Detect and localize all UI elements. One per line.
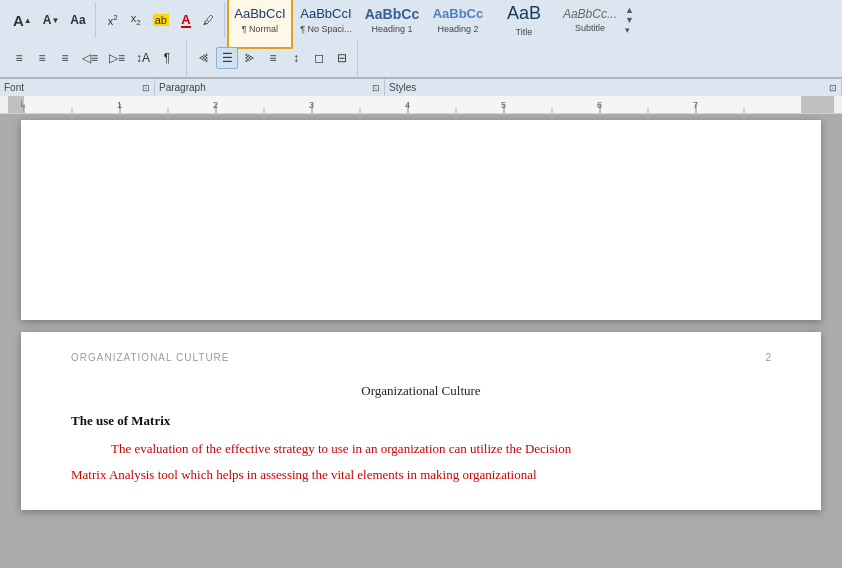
change-case-icon: Aa	[70, 13, 85, 27]
style-heading1[interactable]: AaBbCc Heading 1	[359, 0, 425, 49]
sort-btn[interactable]: ↕A	[131, 47, 155, 69]
doc-title[interactable]: Organizational Culture	[71, 383, 771, 399]
decrease-indent-icon: ◁≡	[82, 51, 98, 65]
sort-icon: ↕A	[136, 51, 150, 65]
style-nospacing-preview: AaBbCcI	[300, 6, 351, 22]
svg-rect-1	[801, 96, 834, 114]
align-group: ⫷ ☰ ⫸ ≡ ↕ ◻ ⊟	[189, 40, 358, 76]
font-shrink-btn[interactable]: A▼	[38, 9, 65, 31]
borders-icon: ⊟	[337, 51, 347, 65]
svg-text:5: 5	[501, 100, 506, 110]
align-center-btn[interactable]: ☰	[216, 47, 238, 69]
ribbon-section-labels: Font ⊡ Paragraph ⊡ Styles ⊡	[0, 78, 842, 96]
doc-body-2[interactable]: Matrix Analysis tool which helps in asse…	[71, 465, 771, 485]
styles-expand-icon[interactable]: ⊡	[829, 83, 837, 93]
style-subtitle[interactable]: AaBbCc... Subtitle	[557, 0, 623, 49]
superscript-icon: x2	[108, 13, 118, 27]
svg-text:6: 6	[597, 100, 602, 110]
font-grow-btn[interactable]: A▲	[8, 9, 37, 31]
increase-indent-btn[interactable]: ▷≡	[104, 47, 130, 69]
line-spacing-icon: ↕	[293, 51, 299, 65]
subscript-icon: x2	[131, 12, 141, 27]
page-1	[21, 120, 821, 320]
highlight-icon: ab	[153, 14, 169, 26]
svg-text:7: 7	[693, 100, 698, 110]
font-color-icon: A	[181, 13, 190, 28]
styles-label-text: Styles	[389, 82, 416, 93]
svg-text:3: 3	[309, 100, 314, 110]
indent-group: ≡ ≡ ≡ ◁≡ ▷≡ ↕A ¶	[4, 40, 187, 76]
subscript-btn[interactable]: x2	[125, 9, 147, 31]
style-heading2[interactable]: AaBbCc Heading 2	[425, 0, 491, 49]
align-left-btn[interactable]: ⫷	[193, 47, 215, 69]
paragraph-expand-icon[interactable]: ⊡	[372, 83, 380, 93]
doc-heading[interactable]: The use of Matrix	[71, 413, 771, 429]
styles-section-label: Styles ⊡	[385, 79, 842, 96]
multilevel-btn[interactable]: ≡	[54, 47, 76, 69]
text-effects-group: x2 x2 ab A 🖊	[98, 2, 225, 38]
font-label-text: Font	[4, 82, 24, 93]
scroll-more-icon: ▾	[625, 26, 634, 35]
ruler-svg: 1 2 3 4 5 6 7 └	[8, 96, 834, 114]
numbering-icon: ≡	[38, 51, 45, 65]
font-grow-icon: A	[13, 12, 24, 29]
multilevel-icon: ≡	[61, 51, 68, 65]
align-center-icon: ☰	[222, 51, 233, 65]
font-grow-arrow: ▲	[24, 16, 32, 25]
align-right-btn[interactable]: ⫸	[239, 47, 261, 69]
change-case-btn[interactable]: Aa	[65, 9, 90, 31]
svg-text:1: 1	[117, 100, 122, 110]
scroll-down-icon: ▼	[625, 16, 634, 25]
align-left-icon: ⫷	[198, 51, 210, 65]
style-h2-preview: AaBbCc	[433, 6, 484, 22]
justify-btn[interactable]: ≡	[262, 47, 284, 69]
style-title-label: Title	[516, 27, 533, 37]
svg-text:2: 2	[213, 100, 218, 110]
font-color-btn[interactable]: A	[175, 9, 197, 31]
styles-scroll[interactable]: ▲ ▼ ▾	[623, 4, 636, 37]
style-h2-label: Heading 2	[437, 24, 478, 34]
font-shrink-icon: A	[43, 13, 52, 27]
justify-icon: ≡	[270, 51, 277, 65]
font-size-group: A▲ A▼ Aa	[4, 2, 96, 38]
paragraph-label-text: Paragraph	[159, 82, 206, 93]
page-gap	[0, 320, 842, 332]
page-header-num: 2	[765, 352, 771, 363]
line-spacing-btn[interactable]: ↕	[285, 47, 307, 69]
scroll-up-icon: ▲	[625, 6, 634, 15]
page-header-text: ORGANIZATIONAL CULTURE	[71, 352, 230, 363]
highlight-btn[interactable]: ab	[148, 9, 174, 31]
superscript-btn[interactable]: x2	[102, 9, 124, 31]
svg-rect-2	[24, 96, 801, 114]
increase-indent-icon: ▷≡	[109, 51, 125, 65]
style-h1-label: Heading 1	[371, 24, 412, 34]
font-section-label: Font ⊡	[0, 79, 155, 96]
text-highlight-color-btn[interactable]: 🖊	[198, 9, 220, 31]
bullets-btn[interactable]: ≡	[8, 47, 30, 69]
style-nospacing-label: ¶ No Spaci...	[300, 24, 351, 34]
style-title-preview: AaB	[507, 3, 541, 25]
shading-btn[interactable]: ◻	[308, 47, 330, 69]
style-h1-preview: AaBbCc	[365, 6, 419, 23]
svg-text:4: 4	[405, 100, 410, 110]
borders-btn[interactable]: ⊟	[331, 47, 353, 69]
align-right-icon: ⫸	[244, 51, 256, 65]
decrease-indent-btn[interactable]: ◁≡	[77, 47, 103, 69]
bullets-icon: ≡	[15, 51, 22, 65]
doc-body-1[interactable]: The evaluation of the effective strategy…	[71, 439, 771, 459]
paragraph-section-label: Paragraph ⊡	[155, 79, 385, 96]
show-marks-btn[interactable]: ¶	[156, 47, 178, 69]
page-2-header: ORGANIZATIONAL CULTURE 2	[71, 352, 771, 365]
ruler: 1 2 3 4 5 6 7 └	[0, 96, 842, 114]
text-highlight-color-icon: 🖊	[203, 14, 214, 26]
font-expand-icon[interactable]: ⊡	[142, 83, 150, 93]
style-subtitle-preview: AaBbCc...	[563, 7, 617, 21]
svg-text:└: └	[18, 100, 26, 112]
style-subtitle-label: Subtitle	[575, 23, 605, 33]
numbering-btn[interactable]: ≡	[31, 47, 53, 69]
style-normal-label: ¶ Normal	[242, 24, 278, 34]
style-title[interactable]: AaB Title	[491, 0, 557, 49]
style-normal-preview: AaBbCcI	[234, 6, 285, 22]
page-2: ORGANIZATIONAL CULTURE 2 Organizational …	[21, 332, 821, 510]
show-marks-icon: ¶	[164, 51, 170, 65]
